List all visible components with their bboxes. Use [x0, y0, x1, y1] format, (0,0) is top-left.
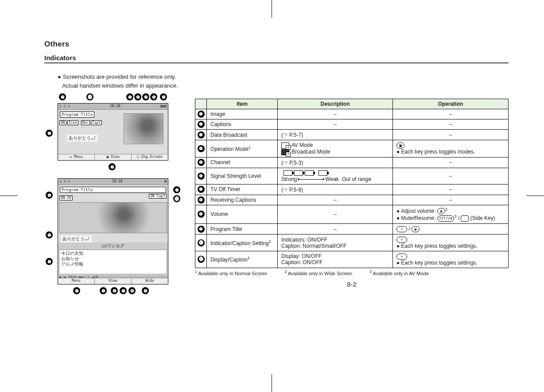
note-line-2: Actual handset windows differ in appeara… [62, 82, 178, 89]
row-index-icon: ❼ [198, 186, 205, 193]
row-operation: – [393, 130, 509, 140]
callout-3: ❸ [46, 258, 53, 265]
footnote-2-sup: 2 [284, 270, 287, 274]
side-key-icon [461, 215, 469, 222]
row-index-icon: ❽ [198, 196, 205, 204]
th-desc: Description [278, 99, 393, 109]
callout-1b: ❶ [46, 192, 53, 199]
signal-mid-icon [294, 170, 303, 176]
th-item: Item [207, 99, 278, 109]
row-index-icon: ❶ [198, 111, 205, 118]
callout-11: ⓫ [86, 93, 93, 100]
footnote-3-sup: 3 [369, 270, 372, 274]
row-index-icon: ❸ [198, 131, 205, 138]
row-index-icon: ⓫ [198, 239, 205, 246]
row-operation: ↷ / ◉ [393, 224, 509, 234]
callout-10b: ❿ [173, 186, 180, 193]
program-title-box: Program Title [60, 111, 94, 118]
footnote-1: Available only in Normal Screen [198, 271, 267, 276]
table-row: ❸Data Broadcast(P.5-7)– [195, 130, 509, 140]
row-item: Data Broadcast [207, 130, 278, 140]
call-key-icon: ↷ [396, 254, 407, 260]
row-index-icon: ❷ [198, 121, 205, 128]
call-key-icon: ↷ [396, 226, 407, 232]
footnote-1-sup: 1 [195, 270, 197, 274]
callout-6: ❻ [134, 93, 141, 100]
callout-8b: ❽ [128, 287, 136, 294]
callout-5b: ❺ [100, 287, 107, 294]
row-item: Signal Strength Level [207, 168, 278, 184]
row-index-icon: ❿ [198, 226, 205, 233]
row-desc: – [278, 119, 393, 130]
row-index-icon: ❻ [198, 173, 205, 180]
row-item: Operation Mode1 [207, 140, 278, 158]
table-row: ❾Volume–● Adjust volume: ◉3● Mute/Resume… [195, 205, 509, 224]
row-operation: – [393, 184, 509, 195]
callout-1: ❶ [46, 130, 53, 137]
on-badge: ON [59, 120, 66, 125]
row-item: Display/Caption1 [207, 251, 278, 268]
callout-10: ❿ [59, 93, 66, 100]
row-desc: – [278, 224, 393, 234]
row-operation: ● Adjust volume: ◉3● Mute/Resume: ｸﾘｱ/ﾒﾓ… [393, 205, 509, 224]
softkey-view: ▦ View [95, 154, 132, 160]
row-operation: ↷● Each key press toggles settings. [393, 234, 509, 251]
broadcast-mode-icon [281, 149, 289, 155]
footnote-3: Available only in AV Mode [373, 271, 429, 276]
penguin-image [59, 202, 167, 233]
softkey-menu: Menu [58, 278, 95, 284]
softkey-chgscreen: ▢ Chg.Screen [132, 154, 168, 160]
row-item: TV Off Timer [207, 184, 278, 195]
table-row: ❼TV Off Timer(P.5-8)– [195, 184, 509, 195]
callout-8: ❽ [150, 93, 157, 100]
bullet-icon: ● [58, 73, 61, 81]
row-index-icon: ❺ [198, 159, 205, 166]
row-index-icon: ⓬ [198, 256, 205, 263]
on-av-badge: ON AV [59, 196, 73, 200]
row-desc: StrongWeak Out of range [278, 168, 393, 184]
row-operation: – [393, 119, 509, 130]
row-desc: (P.5-7) [278, 130, 393, 140]
data-line-3: グルメ情報 [61, 261, 165, 267]
indicator-table: Item Description Operation ❶Image––❷Capt… [195, 99, 509, 268]
hor-badge: Hor [81, 120, 90, 125]
row-item: Captions [207, 119, 278, 130]
callout-7b: ❼ [120, 287, 127, 294]
row-desc: – [278, 109, 393, 119]
row-desc: – [278, 205, 393, 224]
statusbar-time: 10:10 [110, 104, 120, 109]
screenshot-column: ❿ ⓫ ❺ ❻ ❼ ❽ ❾ ❶ ❷ ▯ ▯ ▯ 10:10 ▥▥▥ Progra… [44, 99, 182, 284]
row-item: Program Title [207, 224, 278, 234]
signal-full-icon [284, 170, 292, 176]
row-desc: AV Mode Broadcast Mode [278, 140, 393, 158]
penguin-image [124, 113, 163, 144]
caption-text-jp: ありがとう…♪ [61, 235, 92, 242]
row-operation: – [393, 109, 509, 119]
table-row: ❹Operation Mode1 AV Mode Broadcast Mode▣… [195, 140, 509, 158]
table-row: ❽Receiving Captions–– [195, 195, 509, 205]
table-row: ❷Captions–– [195, 119, 509, 130]
nav-key-icon: ◉ [437, 208, 445, 214]
row-operation: ↷● Each key press toggles settings. [393, 251, 509, 268]
table-row: ❿Program Title–↷ / ◉ [195, 224, 509, 234]
caption-text-jp: ありがとう…♪ [67, 135, 98, 142]
callout-9b: ❾ [142, 287, 149, 294]
callout-7: ❼ [142, 93, 149, 100]
note-line-1: Screenshots are provided for reference o… [63, 73, 176, 80]
row-item: Channel [207, 157, 278, 168]
callout-2b: ❷ [46, 231, 53, 238]
row-desc: (P.5-8) [278, 184, 393, 195]
footnote-2: Available only in Wide Screen [288, 271, 352, 276]
statusbar-right: ▥ [164, 179, 167, 184]
pointer-icon [283, 132, 289, 138]
row-index-icon: ❹ [198, 145, 205, 152]
softkey-menu: ✉ Menu [58, 154, 95, 160]
callout-2: ❷ [109, 163, 116, 170]
callout-5: ❺ [126, 93, 133, 100]
statusbar-left: ▯ ▯ ▯ [59, 104, 70, 109]
row-item: Indicator/Caption Setting2 [207, 234, 278, 251]
pointer-icon [283, 160, 289, 166]
section-heading: Others [44, 40, 509, 49]
center-key-icon: ◉ [412, 226, 420, 232]
av-mode-icon [281, 142, 289, 149]
